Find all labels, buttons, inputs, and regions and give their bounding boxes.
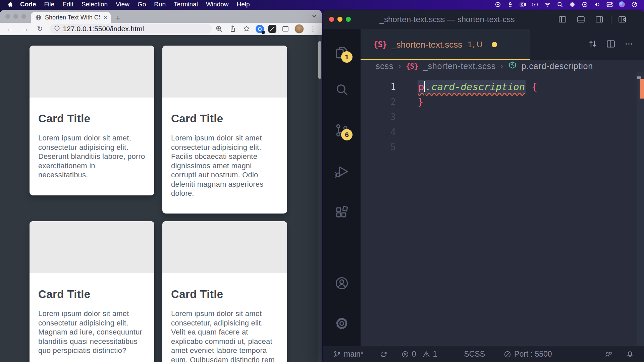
run-debug-icon[interactable] bbox=[334, 164, 349, 179]
control-center-icon[interactable] bbox=[606, 1, 613, 8]
menu-selection[interactable]: Selection bbox=[77, 0, 112, 9]
menu-app-name[interactable]: Code bbox=[16, 0, 40, 9]
split-editor-icon[interactable] bbox=[606, 39, 616, 50]
toggle-secondary-sidebar-icon[interactable] bbox=[595, 15, 604, 24]
notifications-bell-icon[interactable] bbox=[626, 350, 634, 358]
profile-avatar[interactable] bbox=[294, 24, 304, 34]
zoom-window-button[interactable] bbox=[346, 17, 351, 22]
play-circle-icon[interactable] bbox=[581, 1, 588, 8]
minimize-window-button[interactable] bbox=[13, 14, 18, 19]
feedback-icon[interactable] bbox=[604, 350, 612, 358]
git-branch-item[interactable]: main* bbox=[333, 350, 364, 359]
card: Card Title Lorem ipsum dolor sit amet co… bbox=[162, 221, 287, 362]
code-line: 4 bbox=[361, 124, 644, 139]
explorer-icon[interactable]: 1 bbox=[334, 45, 349, 60]
close-window-button[interactable] bbox=[329, 17, 334, 22]
menu-help[interactable]: Help bbox=[233, 0, 254, 9]
breadcrumb-file[interactable]: _shorten-text.scss bbox=[423, 61, 496, 71]
siri-icon[interactable] bbox=[618, 1, 626, 8]
settings-gear-icon[interactable] bbox=[334, 316, 349, 331]
close-window-button[interactable] bbox=[5, 14, 10, 19]
breadcrumb-folder[interactable]: scss bbox=[376, 61, 393, 71]
apple-logo-icon[interactable] bbox=[7, 1, 13, 8]
toolbar-right-icons: ⋮ bbox=[214, 24, 318, 34]
new-tab-button[interactable]: + bbox=[115, 13, 120, 23]
wifi-icon[interactable] bbox=[544, 1, 551, 8]
line-number: 4 bbox=[361, 127, 396, 137]
scss-file-icon: {S} bbox=[373, 40, 387, 49]
menu-run[interactable]: Run bbox=[150, 0, 170, 9]
eyedropper-extension-icon[interactable] bbox=[268, 25, 276, 33]
menu-edit[interactable]: Edit bbox=[58, 0, 77, 9]
broadcast-slash-icon bbox=[503, 350, 512, 358]
problems-item[interactable]: 0 1 bbox=[401, 350, 437, 359]
toggle-panel-icon[interactable] bbox=[576, 15, 586, 24]
menu-go[interactable]: Go bbox=[133, 0, 150, 9]
search-icon[interactable] bbox=[334, 82, 349, 97]
zoom-window-button[interactable] bbox=[21, 14, 26, 19]
scrollbar-thumb[interactable] bbox=[637, 76, 641, 79]
window-title: _shorten-text.scss — shorten-text-css bbox=[353, 10, 541, 29]
more-actions-icon[interactable] bbox=[624, 39, 634, 50]
menu-terminal[interactable]: Terminal bbox=[170, 0, 202, 9]
spotlight-search-icon[interactable] bbox=[556, 1, 564, 8]
vscode-titlebar: _shorten-text.scss — shorten-text-css bbox=[323, 10, 644, 29]
card: Card Title Lorem ipsum dolor sit amet, c… bbox=[30, 46, 154, 195]
code-editor[interactable]: 1 p.card-description { 2 } 3 4 5 bbox=[361, 72, 644, 346]
menu-view[interactable]: View bbox=[112, 0, 133, 9]
menu-file[interactable]: File bbox=[40, 0, 59, 9]
password-manager-icon[interactable] bbox=[256, 25, 264, 33]
reload-icon[interactable]: ↻ bbox=[34, 25, 46, 33]
sync-icon[interactable] bbox=[380, 350, 388, 358]
forward-icon[interactable]: → bbox=[19, 25, 32, 33]
overview-warning-mark bbox=[640, 79, 644, 99]
code-line: 5 bbox=[361, 139, 644, 155]
chevron-right-icon: › bbox=[500, 61, 503, 71]
card-description: Lorem ipsum dolor sit amet consectetur a… bbox=[171, 133, 278, 198]
browser-tab[interactable]: Shorten Text With CSS × bbox=[31, 12, 111, 23]
screen-record-icon[interactable] bbox=[494, 1, 501, 8]
battery-charging-icon[interactable] bbox=[531, 1, 539, 8]
share-icon[interactable] bbox=[228, 24, 237, 34]
page-scrollbar[interactable] bbox=[318, 35, 322, 362]
volume-icon[interactable] bbox=[593, 1, 601, 8]
unsaved-dot-icon[interactable] bbox=[492, 42, 497, 47]
site-info-icon[interactable] bbox=[54, 25, 60, 33]
side-panel-icon[interactable] bbox=[281, 24, 290, 34]
editor-tab-shorten-text-scss[interactable]: {S} _shorten-text.scss 1, U bbox=[361, 29, 530, 60]
toggle-primary-sidebar-icon[interactable] bbox=[558, 15, 567, 24]
address-bar[interactable]: 127.0.0.1:5500/index.html bbox=[50, 24, 212, 34]
minimize-window-button[interactable] bbox=[337, 17, 342, 22]
menu-window[interactable]: Window bbox=[202, 0, 233, 9]
scrollbar-thumb[interactable] bbox=[318, 41, 321, 79]
camera-icon[interactable] bbox=[519, 1, 526, 8]
status-dot-icon[interactable] bbox=[569, 1, 576, 8]
clock-icon[interactable] bbox=[631, 1, 638, 8]
bookmark-star-icon[interactable] bbox=[242, 24, 251, 34]
close-brace-token: } bbox=[396, 96, 423, 108]
breadcrumb-symbol[interactable]: p.card-description bbox=[522, 61, 593, 71]
account-icon[interactable] bbox=[334, 276, 349, 291]
tab-label: _shorten-text.scss bbox=[391, 40, 462, 50]
browser-toolbar: ← → ↻ 127.0.0.1:5500/index.html ⋮ bbox=[0, 23, 322, 35]
card-grid: Card Title Lorem ipsum dolor sit amet, c… bbox=[30, 46, 287, 362]
zoom-icon[interactable] bbox=[214, 24, 224, 34]
source-control-icon[interactable]: 6 bbox=[334, 123, 349, 138]
rocket-icon[interactable] bbox=[506, 1, 514, 8]
line-number: 2 bbox=[361, 97, 396, 107]
editor-scrollbar[interactable] bbox=[637, 72, 644, 346]
editor-tabbar: {S} _shorten-text.scss 1, U bbox=[361, 29, 644, 60]
language-mode-item[interactable]: SCSS bbox=[464, 350, 485, 359]
browser-menu-icon[interactable]: ⋮ bbox=[308, 25, 318, 33]
live-server-item[interactable]: Port : 5500 bbox=[503, 350, 552, 359]
browser-window: Shorten Text With CSS × + ← → ↻ 127.0.0.… bbox=[0, 10, 322, 362]
tabbar-actions bbox=[588, 29, 644, 60]
compare-changes-icon[interactable] bbox=[588, 39, 598, 50]
extensions-icon[interactable] bbox=[334, 205, 349, 220]
git-branch-icon bbox=[333, 350, 341, 358]
menubar-status-area bbox=[494, 1, 639, 8]
back-icon[interactable]: ← bbox=[4, 25, 16, 33]
customize-layout-icon[interactable] bbox=[618, 15, 627, 24]
tab-close-icon[interactable]: × bbox=[103, 14, 107, 21]
tab-overflow-chevron-icon[interactable] bbox=[312, 13, 317, 20]
